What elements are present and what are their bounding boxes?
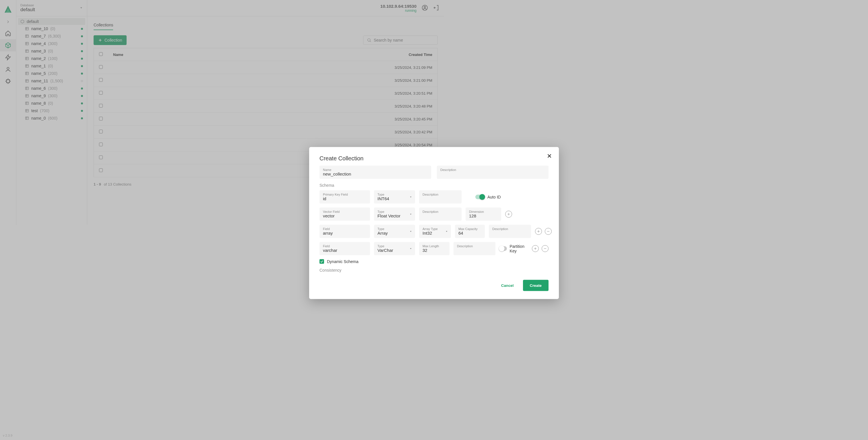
svg-marker-21 [410, 197, 412, 197]
vector-desc-field[interactable]: Description [419, 208, 444, 221]
pk-desc-field[interactable]: Description [419, 191, 444, 204]
description-field[interactable]: Description [437, 166, 444, 179]
vector-type-select[interactable]: Type Float Vector [374, 208, 415, 221]
pk-field[interactable]: Primary Key Field id [319, 191, 370, 204]
modal-title: Create Collection [319, 155, 444, 162]
create-collection-modal: Create Collection Name new_collection De… [309, 147, 444, 225]
chevron-down-icon [409, 212, 412, 216]
chevron-down-icon [409, 195, 412, 199]
svg-marker-22 [410, 214, 412, 214]
pk-type-select[interactable]: Type INT64 [374, 191, 415, 204]
schema-section-label: Schema [319, 183, 444, 188]
vector-field[interactable]: Vector Field vector [319, 208, 370, 221]
name-field[interactable]: Name new_collection [319, 166, 431, 179]
